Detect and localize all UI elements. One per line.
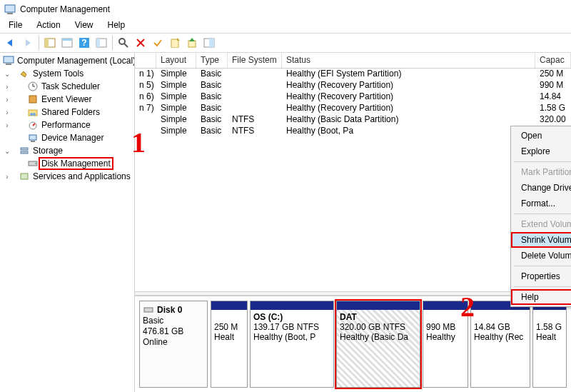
- tree-label: Computer Management (Local): [16, 56, 135, 66]
- volume-list[interactable]: Layout Type File System Status Capac n 1…: [135, 53, 571, 291]
- ctx-separator: [514, 213, 571, 214]
- find-button[interactable]: [116, 35, 131, 51]
- tree-disk-management[interactable]: Disk Management: [0, 157, 134, 170]
- tree-root[interactable]: Computer Management (Local): [0, 54, 134, 67]
- tree-event-viewer[interactable]: ›Event Viewer: [0, 93, 134, 106]
- tree-label: Storage: [31, 146, 64, 156]
- tree-performance[interactable]: ›Performance: [0, 119, 134, 131]
- disk-size: 476.81 GB: [143, 326, 204, 337]
- tree-task-scheduler[interactable]: ›Task Scheduler: [0, 80, 134, 93]
- menu-file[interactable]: File: [3, 19, 28, 33]
- export-list-button[interactable]: [94, 35, 109, 51]
- volume-box[interactable]: 1.58 GHealt: [532, 301, 567, 388]
- col-status[interactable]: Status: [282, 53, 535, 68]
- show-hide-tree-button[interactable]: [42, 35, 58, 51]
- collapse-icon[interactable]: ⌄: [3, 147, 11, 155]
- detail-pane-button[interactable]: [201, 35, 217, 51]
- svg-rect-0: [5, 5, 15, 12]
- ctx-delete-volume[interactable]: Delete Volume...: [511, 248, 571, 263]
- services-icon: [19, 171, 30, 182]
- tree-system-tools[interactable]: ⌄System Tools: [0, 67, 134, 80]
- volume-row[interactable]: n 7)SimpleBasicHealthy (Recovery Partiti…: [135, 103, 571, 114]
- new-button[interactable]: [167, 35, 183, 51]
- svg-rect-23: [6, 64, 11, 65]
- volume-row[interactable]: SimpleBasicNTFSHealthy (Basic Data Parti…: [135, 114, 571, 126]
- svg-rect-40: [144, 308, 153, 312]
- annotation-1: 1: [131, 126, 146, 159]
- ctx-separator: [514, 266, 571, 266]
- col-layout[interactable]: Layout: [156, 53, 196, 68]
- svg-rect-36: [21, 151, 28, 154]
- help-button[interactable]: ?: [76, 35, 92, 51]
- expand-icon[interactable]: ›: [3, 83, 11, 91]
- svg-rect-22: [4, 56, 14, 63]
- volume-box[interactable]: DAT320.00 GB NTFSHealthy (Basic Da: [336, 301, 420, 388]
- disk-icon: [143, 304, 154, 316]
- tree-label: Disk Management: [40, 159, 112, 169]
- volume-row[interactable]: n 1)SimpleBasicHealthy (EFI System Parti…: [135, 69, 571, 80]
- tree-storage[interactable]: ⌄Storage: [0, 144, 134, 157]
- col-volume[interactable]: [135, 53, 156, 68]
- ctx-shrink-volume[interactable]: Shrink Volume...: [511, 232, 571, 248]
- ctx-help[interactable]: Help: [511, 289, 571, 305]
- storage-icon: [19, 145, 30, 156]
- menu-bar: File Action View Help: [0, 19, 571, 33]
- main-pane: Layout Type File System Status Capac n 1…: [135, 53, 571, 392]
- delete-button[interactable]: [133, 35, 148, 51]
- svg-point-30: [33, 113, 36, 116]
- svg-marker-19: [189, 38, 195, 41]
- title-bar: Computer Management: [0, 0, 571, 19]
- menu-view[interactable]: View: [69, 19, 99, 33]
- ctx-explore[interactable]: Explore: [511, 144, 571, 159]
- disk-name: Disk 0: [157, 305, 182, 316]
- properties-button[interactable]: [59, 35, 75, 51]
- shared-folders-icon: [27, 106, 39, 118]
- ctx-open[interactable]: Open: [511, 128, 571, 144]
- collapse-icon[interactable]: ⌄: [3, 70, 11, 78]
- volume-row[interactable]: n 5)SimpleBasicHealthy (Recovery Partiti…: [135, 80, 571, 91]
- svg-text:?: ?: [81, 38, 86, 48]
- volume-list-header[interactable]: Layout Type File System Status Capac: [135, 53, 571, 69]
- tree-label: Device Manager: [40, 133, 105, 143]
- apply-button[interactable]: [150, 35, 166, 51]
- tree-services-apps[interactable]: ›Services and Applications: [0, 170, 134, 183]
- volume-box[interactable]: 250 MHealt: [211, 301, 248, 388]
- ctx-properties[interactable]: Properties: [511, 268, 571, 284]
- volume-row[interactable]: SimpleBasicNTFSHealthy (Boot, Pa: [135, 126, 571, 137]
- toolbar-separator: [39, 36, 39, 50]
- menu-action[interactable]: Action: [31, 19, 66, 33]
- app-icon: [4, 4, 16, 15]
- svg-line-13: [124, 44, 128, 47]
- col-filesystem[interactable]: File System: [228, 53, 282, 68]
- col-capacity[interactable]: Capac: [535, 53, 571, 68]
- expand-icon[interactable]: ›: [3, 96, 11, 104]
- expand-icon[interactable]: ›: [3, 121, 11, 129]
- up-button[interactable]: [184, 35, 200, 51]
- volume-box[interactable]: 14.84 GBHealthy (Rec: [470, 301, 530, 388]
- disk-info-panel[interactable]: Disk 0 Basic 476.81 GB Online: [139, 301, 208, 388]
- expand-icon[interactable]: ›: [3, 173, 11, 181]
- tree-shared-folders[interactable]: ›Shared Folders: [0, 106, 134, 119]
- col-type[interactable]: Type: [196, 53, 228, 68]
- svg-rect-18: [188, 41, 196, 47]
- nav-forward-button[interactable]: [20, 35, 36, 51]
- device-manager-icon: [27, 132, 39, 144]
- ctx-format[interactable]: Format...: [511, 196, 571, 211]
- svg-rect-34: [31, 141, 35, 142]
- clock-icon: [27, 81, 39, 92]
- ctx-change-letter[interactable]: Change Drive Letter and Paths...: [511, 180, 571, 196]
- nav-back-button[interactable]: [3, 35, 19, 51]
- annotation-2: 2: [460, 290, 475, 323]
- tree-device-manager[interactable]: Device Manager: [0, 131, 134, 144]
- svg-rect-39: [21, 174, 28, 179]
- navigation-tree[interactable]: Computer Management (Local) ⌄System Tool…: [0, 53, 135, 392]
- volume-box[interactable]: OS (C:)139.17 GB NTFSHealthy (Boot, P: [250, 301, 334, 388]
- tree-label: Event Viewer: [40, 94, 93, 104]
- expand-icon[interactable]: ›: [3, 109, 11, 116]
- ctx-separator: [514, 161, 571, 162]
- volume-row[interactable]: n 6)SimpleBasicHealthy (Recovery Partiti…: [135, 91, 571, 103]
- svg-rect-11: [96, 39, 100, 47]
- window-title: Computer Management: [20, 4, 110, 14]
- menu-help[interactable]: Help: [102, 19, 131, 33]
- volume-strip: 250 MHealtOS (C:)139.17 GB NTFSHealthy (…: [211, 301, 567, 388]
